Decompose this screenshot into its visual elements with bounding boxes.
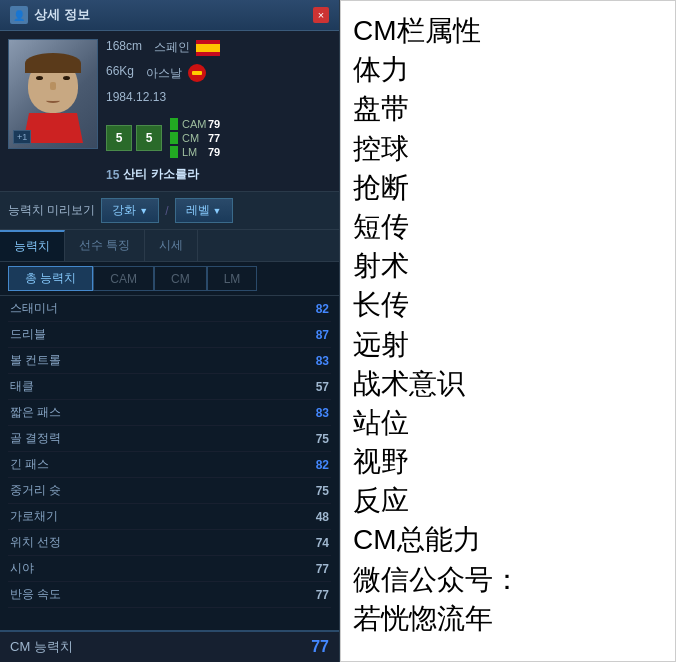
stat-row: 반응 속도 77 bbox=[8, 582, 331, 608]
stat-name-3: 태클 bbox=[10, 378, 34, 395]
stat-row: 골 결정력 75 bbox=[8, 426, 331, 452]
tab-row: 능력치 선수 특징 시세 bbox=[0, 230, 339, 262]
stat-value-3: 57 bbox=[316, 380, 329, 394]
stat-name-4: 짧은 패스 bbox=[10, 404, 61, 421]
right-panel: CM栏属性体力盘带控球抢断短传射术长传远射战术意识站位视野反应CM总能力微信公众… bbox=[340, 0, 676, 662]
stat-name-5: 골 결정력 bbox=[10, 430, 61, 447]
player-name: 산티 카소를라 bbox=[123, 166, 198, 183]
stat-name-6: 긴 패스 bbox=[10, 456, 49, 473]
total-value: 77 bbox=[311, 638, 329, 656]
stat-name-1: 드리블 bbox=[10, 326, 46, 343]
right-text-line-2: 盘带 bbox=[353, 89, 663, 128]
stat-value-2: 83 bbox=[316, 354, 329, 368]
stat-row: 볼 컨트롤 83 bbox=[8, 348, 331, 374]
stat-value-1: 87 bbox=[316, 328, 329, 342]
cam-value: 79 bbox=[208, 118, 220, 130]
right-text-line-6: 射术 bbox=[353, 246, 663, 285]
right-text-block: CM栏属性体力盘带控球抢断短传射术长传远射战术意识站位视野反应CM总能力微信公众… bbox=[353, 11, 663, 638]
stat-value-5: 75 bbox=[316, 432, 329, 446]
stat-row: 위치 선정 74 bbox=[8, 530, 331, 556]
right-text-line-15: 若恍惚流年 bbox=[353, 599, 663, 638]
right-text-line-10: 站位 bbox=[353, 403, 663, 442]
total-label: CM 능력치 bbox=[10, 638, 73, 656]
player-name-row: 15 산티 카소를라 bbox=[106, 166, 331, 183]
stat-row: 가로채기 48 bbox=[8, 504, 331, 530]
cm-bar-icon bbox=[170, 132, 178, 144]
filter-lm[interactable]: LM bbox=[207, 266, 258, 291]
cm-value: 77 bbox=[208, 132, 220, 144]
filter-cam[interactable]: CAM bbox=[93, 266, 154, 291]
pos-rating-cam: CAM 79 bbox=[170, 118, 220, 130]
ability-preview-label: 능력치 미리보기 bbox=[8, 202, 95, 219]
stat-name-0: 스태미너 bbox=[10, 300, 58, 317]
right-text-line-12: 反应 bbox=[353, 481, 663, 520]
right-text-line-0: CM栏属性 bbox=[353, 11, 663, 50]
right-text-line-13: CM总能力 bbox=[353, 520, 663, 559]
close-button[interactable]: × bbox=[313, 7, 329, 23]
spain-flag-icon bbox=[196, 40, 220, 56]
stat-name-8: 가로채기 bbox=[10, 508, 58, 525]
stat-row: 스태미너 82 bbox=[8, 296, 331, 322]
divider: / bbox=[165, 204, 168, 218]
stat-name-10: 시야 bbox=[10, 560, 34, 577]
stat-value-4: 83 bbox=[316, 406, 329, 420]
player-photo: +1 bbox=[8, 39, 98, 149]
player-dob: 1984.12.13 bbox=[106, 90, 331, 104]
right-text-line-14: 微信公众号： bbox=[353, 560, 663, 599]
player-number: 15 bbox=[106, 168, 119, 182]
rating-badge-b: 5 bbox=[136, 125, 162, 151]
stat-row: 태클 57 bbox=[8, 374, 331, 400]
player-info-section: +1 168cm 스페인 66Kg 아스날 bbox=[0, 31, 339, 192]
player-weight-row: 66Kg 아스날 bbox=[106, 64, 331, 82]
total-row: CM 능력치 77 bbox=[0, 630, 339, 662]
stat-name-7: 중거리 슛 bbox=[10, 482, 61, 499]
stat-value-8: 48 bbox=[316, 510, 329, 524]
pos-rating-lm: LM 79 bbox=[170, 146, 220, 158]
arsenal-badge-icon bbox=[188, 64, 206, 82]
cam-bar-icon bbox=[170, 118, 178, 130]
player-phys: 168cm 스페인 bbox=[106, 39, 331, 56]
position-filter-row: 총 능력치 CAM CM LM bbox=[0, 262, 339, 296]
tab-player-trait[interactable]: 선수 특징 bbox=[65, 230, 145, 261]
left-panel: 👤 상세 정보 × +1 bbox=[0, 0, 340, 662]
player-weight: 66Kg bbox=[106, 64, 134, 82]
ratings-section: 5 5 CAM 79 CM 77 L bbox=[106, 118, 331, 158]
stat-name-11: 반응 속도 bbox=[10, 586, 61, 603]
tab-formation[interactable]: 시세 bbox=[145, 230, 198, 261]
lm-bar-icon bbox=[170, 146, 178, 158]
stat-row: 드리블 87 bbox=[8, 322, 331, 348]
filter-cm[interactable]: CM bbox=[154, 266, 207, 291]
stat-name-2: 볼 컨트롤 bbox=[10, 352, 61, 369]
rating-badges: 5 5 bbox=[106, 125, 162, 151]
stat-row: 시야 77 bbox=[8, 556, 331, 582]
title-bar: 👤 상세 정보 × bbox=[0, 0, 339, 31]
level-button[interactable]: 레벨 bbox=[175, 198, 233, 223]
controls-row: 능력치 미리보기 강화 / 레벨 bbox=[0, 192, 339, 230]
stat-value-11: 77 bbox=[316, 588, 329, 602]
stats-list: 스태미너 82 드리블 87 볼 컨트롤 83 태클 57 짧은 패스 83 골… bbox=[0, 296, 339, 630]
right-text-line-9: 战术意识 bbox=[353, 364, 663, 403]
player-height: 168cm bbox=[106, 39, 142, 56]
stat-row: 짧은 패스 83 bbox=[8, 400, 331, 426]
window-title: 상세 정보 bbox=[34, 6, 90, 24]
nationality-container: 스페인 bbox=[154, 39, 220, 56]
right-text-line-3: 控球 bbox=[353, 129, 663, 168]
stat-value-7: 75 bbox=[316, 484, 329, 498]
enhancement-button[interactable]: 강화 bbox=[101, 198, 159, 223]
filter-total[interactable]: 총 능력치 bbox=[8, 266, 93, 291]
stat-row: 중거리 슛 75 bbox=[8, 478, 331, 504]
pos-rating-cm: CM 77 bbox=[170, 132, 220, 144]
stat-value-9: 74 bbox=[316, 536, 329, 550]
stat-value-6: 82 bbox=[316, 458, 329, 472]
player-nationality: 스페인 bbox=[154, 39, 190, 56]
right-text-line-4: 抢断 bbox=[353, 168, 663, 207]
lm-label: LM bbox=[182, 146, 204, 158]
stat-name-9: 위치 선정 bbox=[10, 534, 61, 551]
player-stats-right: 168cm 스페인 66Kg 아스날 bbox=[106, 39, 331, 183]
title-bar-left: 👤 상세 정보 bbox=[10, 6, 90, 24]
tab-ability[interactable]: 능력치 bbox=[0, 230, 65, 261]
right-text-line-11: 视野 bbox=[353, 442, 663, 481]
club-container: 아스날 bbox=[146, 64, 206, 82]
cm-label: CM bbox=[182, 132, 204, 144]
position-ratings: CAM 79 CM 77 LM 79 bbox=[170, 118, 220, 158]
